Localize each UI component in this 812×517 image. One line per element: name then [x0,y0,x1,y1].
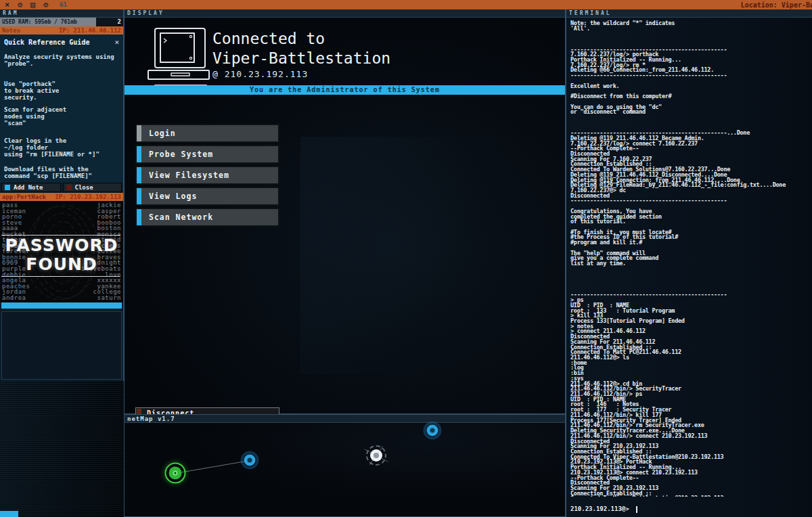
terminal-line: of this tutorial. [570,219,811,224]
hostname-label: Viper-Battlestation [212,48,390,68]
netmap-panel: netMap v1.7 [124,414,566,517]
close-note-button[interactable]: Close [63,183,122,192]
session-label: G1 [60,1,67,8]
add-note-button[interactable]: Add Note [1,183,61,192]
terminal-line [570,114,811,120]
porthack-progress-bar [1,302,122,309]
terminal-line: #program and kill it.# [570,240,811,245]
terminal-panel: TERMINAL Note: the wildcard "*" indicate… [566,9,812,517]
terminal-line: 211.46.46.112@> ls [570,355,811,360]
terminal-line [570,282,811,287]
note-close-icon[interactable]: × [114,38,119,47]
terminal-line: Note: the wildcard "*" indicates [570,20,811,26]
admin-banner: You are the Administrator of this System [125,85,565,95]
ram-queue-count: 2 [118,18,121,26]
button-label: Login [137,129,176,138]
quick-reference-note: Quick Reference Guide × Analyze security… [0,35,123,183]
note-title: Quick Reference Guide [4,39,89,46]
close-icon[interactable]: × [1,0,13,9]
display-menu: Login Probe System View Filesystem [135,124,279,229]
notes-app-label: Notes [2,27,20,34]
terminal-line [570,271,811,277]
sidebar-empty-panel [1,311,122,380]
terminal-line: ----------------------------------------… [570,198,811,203]
button-stripe [137,167,141,183]
porthack-app-bar[interactable]: app:PortHack IP: 210.23.192.113 [0,193,123,201]
netmap-nodes [125,424,565,516]
sidebar: RAM USED RAM: 595mb / 761mb 2 Notes IP: … [0,9,124,381]
password-found-line1: PASSWORD [0,236,123,255]
note-tip: Use "porthack" to break active security. [4,81,119,101]
terminal-line [570,276,811,282]
connection-title: Connected to Viper-Battlestation @ 210.2… [212,29,390,81]
notes-app-ip: IP: 211.46.46.112 [59,27,121,34]
note-tip: Clear logs in the ~/log folder using "rm… [4,137,119,158]
topbar: × ⚙ ▤ ⚙ G1 Location: Viper-Ba [0,0,812,9]
display-panel: DISPLAY Connected to Viper-Battlestation [124,9,566,414]
settings-icon[interactable]: ⚙ [40,0,51,9]
display-menu-button[interactable]: Probe System [135,145,279,164]
terminal-line: root : 133 : Tutorial Program [570,308,811,313]
terminal-cursor [636,506,637,513]
netmap-header: netMap v1.7 [125,415,565,423]
button-label: Probe System [137,150,213,159]
connected-to-label: Connected to [212,29,390,48]
hacknet-screen: × ⚙ ▤ ⚙ G1 Location: Viper-Ba RAM USED R… [0,0,812,517]
ram-usage-fill: USED RAM: 595mb / 761mb [0,18,96,26]
node-center [430,428,435,433]
terminal-input[interactable]: 210.23.192.113@> [570,505,637,513]
terminal-line: ----------------------------------------… [570,292,811,297]
terminal-line: :log [570,365,811,370]
button-stripe [137,146,141,162]
terminal-line: :bin [570,370,811,376]
close-note-label: Close [75,184,93,191]
notes-app-bar[interactable]: Notes IP: 211.46.46.112 [0,26,123,35]
password-right: saturn [97,295,121,301]
button-label: Scan Network [137,212,213,222]
note-tip: Analyze security systems using "probe". [4,53,119,67]
porthack-app-label: app:PortHack [2,194,46,200]
terminal-line: Connected To Viper-Battlestation@210.23.… [570,495,811,497]
porthack-password-panel: pass jackie iceman casper porno robert [0,201,123,302]
corner-accent-strip [0,511,18,517]
node-core [370,449,382,462]
display-menu-button[interactable]: Login [135,124,279,143]
button-stripe [137,125,141,141]
background-static [0,381,124,517]
display-menu-button[interactable]: View Filesystem [135,166,279,185]
add-note-icon [5,185,10,190]
display-panel-header: DISPLAY [125,9,565,18]
note-actions: Add Note Close [0,183,123,192]
terminal-line [570,36,811,41]
note-tip: Download files with the command "scp [FI… [4,166,119,179]
terminal-line: #Disconnect from this computer# [570,93,811,99]
terminal-line: list at any time. [570,261,811,266]
terminal-lines: Note: the wildcard "*" indicates'All'.--… [570,20,811,497]
save-icon[interactable]: ▤ [27,0,39,9]
password-row: andrea saturn [0,295,123,301]
button-stripe [137,188,141,204]
display-menu-button[interactable]: Scan Network [135,208,279,227]
button-stripe [137,209,141,225]
node-center [248,458,252,463]
terminal-line: or "disconnect" command [570,109,811,114]
terminal-line: ----------------------------------------… [570,72,811,78]
note-tip: Scan for adjacent nodes using "scan" [4,106,119,127]
display-menu-button[interactable]: View Logs [135,187,279,206]
terminal-output[interactable]: Note: the wildcard "*" indicates'All'.--… [570,20,811,497]
porthack-target-ip: IP: 210.23.192.113 [55,194,121,200]
location-label: Location: Viper-Ba [741,1,812,9]
ram-panel-header: RAM [0,9,123,18]
netmap-body [125,424,565,516]
node-ring [366,445,386,466]
button-label: View Filesystem [137,171,229,180]
ram-usage-bar: USED RAM: 595mb / 761mb 2 [0,18,123,26]
password-found-overlay: PASSWORD FOUND [0,236,123,274]
node-center [374,453,379,458]
close-note-icon [66,185,72,190]
password-found-line2: FOUND [0,255,123,274]
display-body: Connected to Viper-Battlestation @ 210.2… [125,18,565,413]
found-rule-bottom [1,276,120,277]
terminal-prompt: 210.23.192.113@> [570,505,629,512]
gear-icon[interactable]: ⚙ [14,0,26,9]
